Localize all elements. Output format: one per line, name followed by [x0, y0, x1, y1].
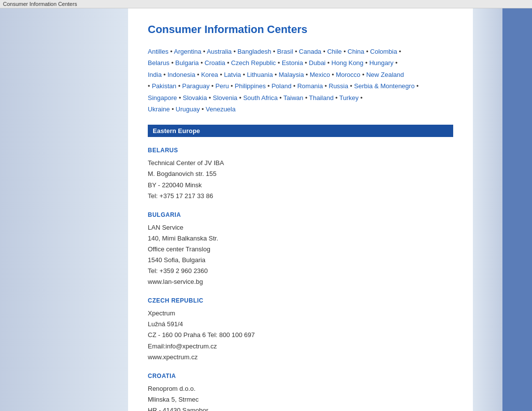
link-antilles[interactable]: Antilles — [148, 48, 168, 55]
link-philippines[interactable]: Philippines — [235, 82, 266, 90]
section-header-text: Eastern Europe — [153, 127, 200, 135]
link-belarus[interactable]: Belarus — [148, 59, 169, 67]
link-new-zealand[interactable]: New Zealand — [366, 71, 404, 78]
link-bulgaria[interactable]: Bulgaria — [175, 59, 199, 67]
link-brasil[interactable]: Brasil — [277, 48, 294, 55]
link-romania[interactable]: Romania — [297, 82, 323, 90]
link-venezuela[interactable]: Venezuela — [206, 105, 236, 113]
section-header: Eastern Europe — [148, 125, 453, 137]
link-mexico[interactable]: Mexico — [310, 71, 330, 78]
link-serbia[interactable]: Serbia & Montenegro — [354, 82, 415, 90]
title-bar-text: Consumer Information Centers — [3, 1, 77, 7]
link-australia[interactable]: Australia — [207, 48, 232, 55]
link-hungary[interactable]: Hungary — [369, 59, 394, 67]
link-thailand[interactable]: Thailand — [309, 94, 333, 102]
link-bangladesh[interactable]: Bangladesh — [237, 48, 271, 55]
link-chile[interactable]: Chile — [327, 48, 342, 55]
link-slovenia[interactable]: Slovenia — [213, 94, 237, 102]
link-slovakia[interactable]: Slovakia — [183, 94, 207, 102]
link-paraguay[interactable]: Paraguay — [182, 82, 210, 90]
title-bar: Consumer Information Centers — [0, 0, 532, 8]
link-croatia[interactable]: Croatia — [204, 59, 225, 67]
link-india[interactable]: India — [148, 71, 162, 78]
link-indonesia[interactable]: Indonesia — [167, 71, 195, 78]
link-canada[interactable]: Canada — [299, 48, 322, 55]
link-uruguay[interactable]: Uruguay — [176, 105, 200, 113]
link-pakistan[interactable]: Pakistan — [152, 82, 176, 90]
link-turkey[interactable]: Turkey — [339, 94, 359, 102]
link-china[interactable]: China — [348, 48, 365, 55]
link-korea[interactable]: Korea — [201, 71, 218, 78]
page-title: Consumer Information Centers — [148, 23, 453, 36]
address-czech-republic: Xpectrum Lužná 591/4 CZ - 160 00 Praha 6… — [148, 308, 453, 362]
link-czech-republic[interactable]: Czech Republic — [231, 59, 276, 67]
link-south-africa[interactable]: South Africa — [243, 94, 278, 102]
address-bulgaria: LAN Service 140, Mimi Balkanska Str. Off… — [148, 222, 453, 288]
link-hong-kong[interactable]: Hong Kong — [332, 59, 364, 67]
link-singapore[interactable]: Singapore — [148, 94, 177, 102]
sidebar-right-2 — [502, 8, 532, 411]
link-poland[interactable]: Poland — [271, 82, 291, 90]
link-dubai[interactable]: Dubai — [309, 59, 326, 67]
country-heading-croatia: CROATIA — [148, 373, 453, 379]
links-paragraph: Antilles • Argentina • Australia • Bangl… — [148, 46, 453, 115]
link-estonia[interactable]: Estonia — [282, 59, 303, 67]
link-taiwan[interactable]: Taiwan — [283, 94, 303, 102]
sidebar-left — [0, 8, 128, 411]
link-peru[interactable]: Peru — [215, 82, 229, 90]
country-heading-bulgaria: BULGARIA — [148, 211, 453, 218]
main-layout: Consumer Information Centers Antilles • … — [0, 8, 532, 411]
link-colombia[interactable]: Colombia — [370, 48, 397, 55]
link-morocco[interactable]: Morocco — [336, 71, 361, 78]
country-heading-belarus: BELARUS — [148, 147, 453, 154]
sidebar-right-1 — [473, 8, 502, 411]
address-croatia: Renoprom d.o.o. Mlinska 5, Strmec HR - 4… — [148, 383, 453, 411]
content-area: Consumer Information Centers Antilles • … — [128, 8, 473, 411]
link-ukraine[interactable]: Ukraine — [148, 105, 170, 113]
link-russia[interactable]: Russia — [329, 82, 348, 90]
address-belarus: Technical Center of JV IBA M. Bogdanovic… — [148, 158, 453, 201]
link-lithuania[interactable]: Lithuania — [247, 71, 273, 78]
link-malaysia[interactable]: Malaysia — [279, 71, 304, 78]
link-argentina[interactable]: Argentina — [174, 48, 201, 55]
link-latvia[interactable]: Latvia — [224, 71, 241, 78]
country-heading-czech-republic: CZECH REPUBLIC — [148, 297, 453, 304]
